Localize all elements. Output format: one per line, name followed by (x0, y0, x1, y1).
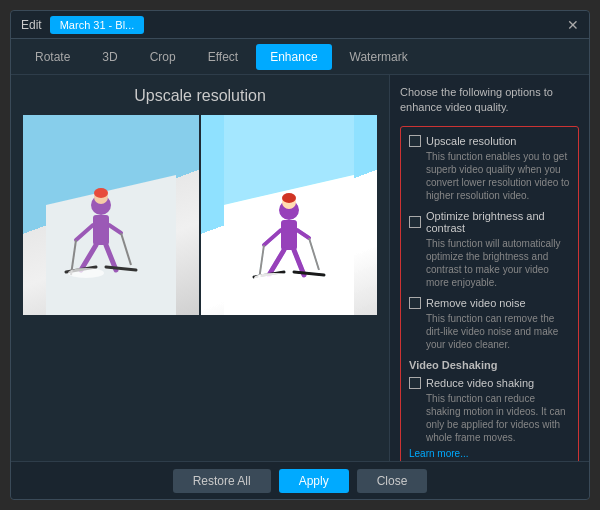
preview-container: Before After (23, 115, 377, 315)
option-noise-row: Remove video noise (409, 297, 570, 309)
preview-before (23, 115, 199, 315)
desc-brightness: This function will automatically optimiz… (409, 237, 570, 289)
tab-rotate[interactable]: Rotate (21, 44, 84, 70)
desc-upscale: This function enables you to get superb … (409, 150, 570, 202)
tab-3d[interactable]: 3D (88, 44, 131, 70)
option-deshaking-row: Reduce video shaking (409, 377, 570, 389)
nav-bar: Rotate 3D Crop Effect Enhance Watermark (11, 39, 589, 75)
svg-point-5 (94, 188, 108, 198)
left-panel: Upscale resolution Before After (11, 75, 389, 461)
content-area: Upscale resolution Before After (11, 75, 589, 461)
label-brightness: Optimize brightness and contrast (426, 210, 570, 234)
svg-point-14 (68, 268, 104, 278)
desc-deshaking: This function can reduce shaking motion … (409, 392, 570, 444)
tab-enhance[interactable]: Enhance (256, 44, 331, 70)
title-tab[interactable]: March 31 - Bl... (50, 16, 145, 34)
option-brightness: Optimize brightness and contrast This fu… (409, 210, 570, 289)
checkbox-brightness[interactable] (409, 216, 421, 228)
preview-title: Upscale resolution (134, 87, 266, 105)
title-bar-left: Edit March 31 - Bl... (21, 16, 144, 34)
edit-window: Edit March 31 - Bl... ✕ Rotate 3D Crop E… (10, 10, 590, 500)
title-bar: Edit March 31 - Bl... ✕ (11, 11, 589, 39)
option-upscale-row: Upscale resolution (409, 135, 570, 147)
tab-crop[interactable]: Crop (136, 44, 190, 70)
option-brightness-row: Optimize brightness and contrast (409, 210, 570, 234)
learn-more-link[interactable]: Learn more... (409, 448, 570, 459)
option-upscale: Upscale resolution This function enables… (409, 135, 570, 202)
deshaking-title: Video Deshaking (409, 359, 570, 371)
right-panel: Choose the following options to enhance … (389, 75, 589, 461)
svg-rect-18 (281, 220, 297, 250)
enhance-header: Choose the following options to enhance … (400, 85, 579, 116)
bottom-bar: Restore All Apply Close (11, 461, 589, 499)
svg-point-20 (282, 193, 296, 203)
option-noise: Remove video noise This function can rem… (409, 297, 570, 351)
checkbox-deshaking[interactable] (409, 377, 421, 389)
preview-after (201, 115, 377, 315)
svg-point-29 (254, 273, 294, 283)
checkbox-noise[interactable] (409, 297, 421, 309)
checkbox-upscale[interactable] (409, 135, 421, 147)
restore-all-button[interactable]: Restore All (173, 469, 271, 493)
option-group: Upscale resolution This function enables… (400, 126, 579, 461)
svg-rect-3 (93, 215, 109, 245)
window-close-button[interactable]: ✕ (567, 18, 579, 32)
close-button[interactable]: Close (357, 469, 428, 493)
label-upscale: Upscale resolution (426, 135, 517, 147)
window-title: Edit (21, 18, 42, 32)
apply-button[interactable]: Apply (279, 469, 349, 493)
desc-noise: This function can remove the dirt-like v… (409, 312, 570, 351)
tab-effect[interactable]: Effect (194, 44, 252, 70)
option-deshaking: Reduce video shaking This function can r… (409, 377, 570, 459)
label-deshaking: Reduce video shaking (426, 377, 534, 389)
tab-watermark[interactable]: Watermark (336, 44, 422, 70)
label-noise: Remove video noise (426, 297, 526, 309)
